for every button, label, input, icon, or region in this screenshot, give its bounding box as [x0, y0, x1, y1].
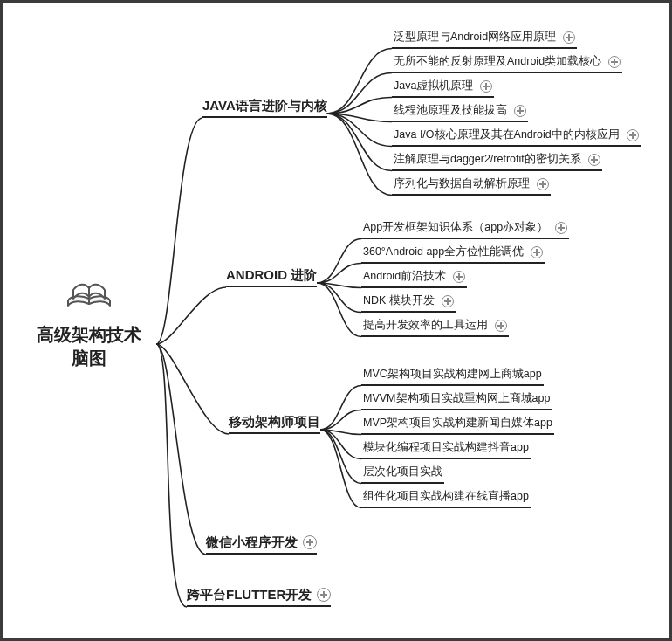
branch-arch-label: 移动架构师项目 — [229, 414, 320, 429]
leaf-node[interactable]: NDK 模块开发 — [361, 293, 456, 313]
leaf-node[interactable]: MVVM架构项目实战重构网上商城app — [361, 391, 552, 410]
leaf-label: MVVM架构项目实战重构网上商城app — [363, 392, 550, 404]
expand-icon[interactable] — [555, 222, 567, 234]
mindmap-canvas: 高级架构技术 脑图 JAVA语言进阶与内核泛型原理与Android网络应用原理无… — [0, 0, 672, 641]
leaf-label: Java虚拟机原理 — [394, 79, 473, 92]
expand-icon[interactable] — [537, 178, 549, 190]
leaf-label: App开发框架知识体系（app亦对象） — [363, 221, 548, 233]
leaf-label: 提高开发效率的工具运用 — [363, 319, 488, 331]
leaf-label: MVC架构项目实战构建网上商城app — [363, 368, 542, 380]
expand-icon[interactable] — [627, 129, 639, 141]
branch-arch[interactable]: 移动架构师项目 — [229, 414, 320, 434]
expand-icon[interactable] — [514, 105, 526, 117]
branch-android-label: ANDROID 进阶 — [226, 267, 317, 282]
leaf-node[interactable]: App开发框架知识体系（app亦对象） — [361, 220, 569, 239]
branch-flutter[interactable]: 跨平台FLUTTER开发 — [187, 587, 331, 607]
expand-icon[interactable] — [495, 320, 507, 332]
leaf-node[interactable]: Java I/O核心原理及其在Android中的内核应用 — [392, 128, 641, 147]
branch-java-label: JAVA语言进阶与内核 — [202, 98, 327, 113]
leaf-node[interactable]: 360°Android app全方位性能调优 — [361, 245, 545, 264]
root-node[interactable]: 高级架构技术 脑图 — [21, 274, 156, 370]
branch-android[interactable]: ANDROID 进阶 — [226, 267, 317, 287]
expand-icon[interactable] — [442, 295, 454, 307]
leaf-label: 注解原理与dagger2/retrofit的密切关系 — [394, 153, 581, 165]
leaf-label: 无所不能的反射原理及Android类加载核心 — [394, 55, 601, 67]
book-icon — [21, 274, 156, 316]
leaf-node[interactable]: MVC架构项目实战构建网上商城app — [361, 367, 544, 386]
leaf-label: Java I/O核心原理及其在Android中的内核应用 — [394, 128, 620, 141]
leaf-label: 组件化项目实战构建在线直播app — [363, 490, 529, 502]
leaf-node[interactable]: Android前沿技术 — [361, 269, 467, 288]
leaf-label: MVP架构项目实战构建新闻自媒体app — [363, 417, 552, 429]
root-title: 高级架构技术 脑图 — [21, 323, 156, 370]
leaf-label: NDK 模块开发 — [363, 294, 435, 307]
expand-icon[interactable] — [608, 56, 621, 68]
leaf-node[interactable]: Java虚拟机原理 — [392, 79, 494, 98]
leaf-label: Android前沿技术 — [363, 270, 446, 282]
expand-icon[interactable] — [453, 271, 465, 283]
leaf-node[interactable]: 组件化项目实战构建在线直播app — [361, 489, 531, 508]
leaf-label: 模块化编程项目实战构建抖音app — [363, 441, 529, 453]
expand-icon[interactable] — [563, 31, 575, 44]
leaf-label: 泛型原理与Android网络应用原理 — [394, 31, 556, 43]
leaf-node[interactable]: 无所不能的反射原理及Android类加载核心 — [392, 54, 622, 73]
expand-icon[interactable] — [588, 154, 600, 166]
leaf-node[interactable]: 提高开发效率的工具运用 — [361, 318, 509, 337]
leaf-node[interactable]: 泛型原理与Android网络应用原理 — [392, 30, 577, 49]
leaf-label: 层次化项目实战 — [363, 465, 442, 478]
leaf-node[interactable]: 模块化编程项目实战构建抖音app — [361, 440, 531, 459]
leaf-node[interactable]: 线程池原理及技能拔高 — [392, 103, 528, 122]
branch-flutter-label: 跨平台FLUTTER开发 — [187, 587, 312, 602]
leaf-label: 线程池原理及技能拔高 — [394, 104, 507, 116]
expand-icon[interactable] — [317, 588, 331, 602]
branch-java[interactable]: JAVA语言进阶与内核 — [202, 98, 327, 118]
branch-wechat[interactable]: 微信小程序开发 — [206, 534, 317, 555]
leaf-node[interactable]: MVP架构项目实战构建新闻自媒体app — [361, 416, 554, 435]
leaf-label: 序列化与数据自动解析原理 — [394, 177, 530, 190]
leaf-label: 360°Android app全方位性能调优 — [363, 245, 524, 258]
expand-icon[interactable] — [303, 535, 317, 549]
expand-icon[interactable] — [531, 246, 543, 258]
leaf-node[interactable]: 注解原理与dagger2/retrofit的密切关系 — [392, 152, 602, 171]
expand-icon[interactable] — [480, 80, 492, 93]
leaf-node[interactable]: 序列化与数据自动解析原理 — [392, 176, 551, 196]
branch-wechat-label: 微信小程序开发 — [206, 534, 298, 549]
leaf-node[interactable]: 层次化项目实战 — [361, 465, 444, 484]
